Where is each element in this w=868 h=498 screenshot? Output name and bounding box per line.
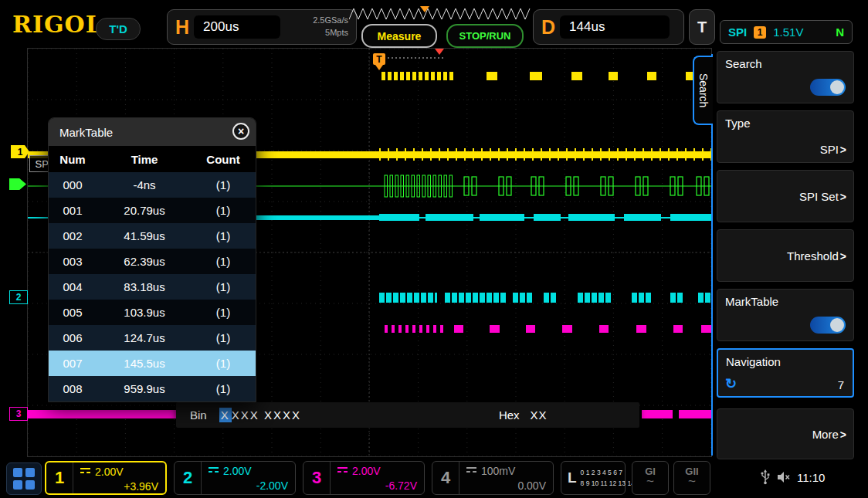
dc-coupling-icon [209,467,219,475]
menu-item-spi-set[interactable]: SPI Set > [717,170,854,222]
bin-label: Bin [190,408,207,422]
table-row[interactable]: 00362.39us(1) [49,249,256,274]
menu-item-navigation[interactable]: Navigation ↻ 7 [717,348,854,398]
table-cell: 20.79us [97,204,192,217]
table-row[interactable]: 006124.7us(1) [49,325,256,351]
table-cell: (1) [192,280,254,293]
desktop-menu-button[interactable] [6,462,42,495]
bus-decode-bar: Bin XXXX XXXX Hex XX [176,402,639,428]
chevron-right-icon: > [840,190,846,202]
table-row[interactable]: 000-4ns(1) [49,172,256,198]
channel4-status-box[interactable]: 4 100mV 0.00V [432,461,554,495]
d-label: D [541,16,555,39]
waveform-overview-icon [349,5,534,22]
menu-item-threshold[interactable]: Threshold > [717,229,854,282]
table-cell: 145.5us [97,357,192,370]
column-header-time: Time [97,153,192,166]
channel1-status-box[interactable]: 1 2.00V +3.96V [45,461,167,495]
table-cell: 959.9us [97,382,192,395]
channel4-number: 4 [432,462,459,494]
type-value: SPI [820,143,839,156]
logic-analyzer-status-box[interactable]: L 0 1 2 3 4 5 6 7 8 9 10 11 12 13 14 15 [561,461,626,495]
table-row[interactable]: 00483.18us(1) [49,274,256,300]
timebase-value[interactable]: 200us [194,15,280,39]
hex-value: XX [531,408,548,422]
type-label: Type [725,117,751,130]
sample-rate: 2.5GSa/s [313,15,348,25]
dc-coupling-icon [466,467,476,475]
channel2-status-box[interactable]: 2 2.00V -2.00V [174,461,296,495]
chevron-right-icon: > [840,428,846,440]
table-cell: (1) [192,357,254,370]
stop-run-button[interactable]: STOP/RUN [446,24,524,48]
trigger-menu-button[interactable]: T [689,9,715,45]
channel3-number: 3 [303,462,331,494]
horizontal-position-indicator[interactable] [349,5,534,22]
menu-item-marktable[interactable]: MarkTable [717,289,854,341]
table-cell: 83.18us [97,280,192,293]
search-toggle[interactable] [810,79,846,96]
spi-set-label: SPI Set [799,190,839,203]
horizontal-timebase-control[interactable]: H 200us 2.5GSa/s 5Mpts [167,9,357,45]
generator2-box[interactable]: GII ~ [673,461,710,495]
table-row[interactable]: 00120.79us(1) [49,198,256,223]
measure-button[interactable]: Measure [361,24,437,48]
mark-table-titlebar: MarkTable × [49,118,256,146]
channel1-number: 1 [46,462,73,493]
generator1-box[interactable]: GI ~ [632,461,669,495]
trigger-mode: N [836,25,844,39]
table-row[interactable]: 007145.5us(1) [49,351,256,376]
table-row[interactable]: 005103.9us(1) [49,300,256,325]
column-header-count: Count [192,153,254,166]
table-cell: (1) [192,204,254,217]
navigation-label: Navigation [726,355,781,368]
channel4-scale: 100mV [481,465,515,477]
channel1-scale: 2.00V [95,466,124,478]
navigation-value: 7 [838,378,844,391]
table-cell: (1) [192,229,254,242]
grid-icon [13,468,22,477]
sine-icon: ~ [632,477,668,486]
menu-item-search[interactable]: Search [717,51,854,103]
table-cell: 002 [49,229,97,242]
table-cell: 124.7us [97,331,192,344]
speaker-mute-icon [777,472,791,483]
channel2-offset: -2.00V [209,479,288,492]
table-cell: 41.59us [97,229,192,242]
menu-item-more[interactable]: More > [717,408,854,459]
table-cell: (1) [192,306,254,319]
close-icon[interactable]: × [232,123,249,140]
channel2-number: 2 [175,462,202,494]
table-row[interactable]: 008959.9us(1) [49,376,256,401]
threshold-label: Threshold [787,249,839,263]
marktable-toggle[interactable] [810,317,846,334]
channel3-offset: -6.72V [337,479,417,492]
grid-icon [25,468,35,477]
logic-channels-row1: 0 1 2 3 4 5 6 7 [581,469,622,476]
mark-table-title: MarkTable [59,126,113,139]
mark-table-header: Num Time Count [49,146,256,172]
table-cell: -4ns [97,178,192,191]
trigger-info-box[interactable]: SPI 1 1.51V N [720,20,853,44]
rigol-logo: RIGOL [12,11,103,38]
menu-item-type[interactable]: Type SPI > [717,110,854,163]
channel1-offset: +3.96V [80,480,158,493]
bin-cursor: X [219,408,232,422]
delay-control[interactable]: D 144us [533,9,684,45]
marktable-label: MarkTable [725,295,778,308]
table-cell: 003 [49,255,97,268]
channel2-marker[interactable]: 2 [9,290,28,304]
channel3-marker[interactable]: 3 [9,407,28,421]
table-row[interactable]: 00241.59us(1) [49,223,256,249]
search-label: Search [725,57,762,70]
logic-label: L [568,469,577,486]
table-cell: 000 [49,178,97,191]
delay-value[interactable]: 144us [560,15,670,39]
decode-bus-marker[interactable] [9,178,26,190]
sidebar-tab-search[interactable]: Search [693,56,713,125]
channel3-status-box[interactable]: 3 2.00V -6.72V [303,461,425,495]
h-label: H [175,16,189,39]
oscilloscope-screen: RIGOL T'D H 200us 2.5GSa/s 5Mpts Measure… [0,0,868,498]
sine-icon: ~ [674,477,710,486]
more-label: More [812,428,839,441]
